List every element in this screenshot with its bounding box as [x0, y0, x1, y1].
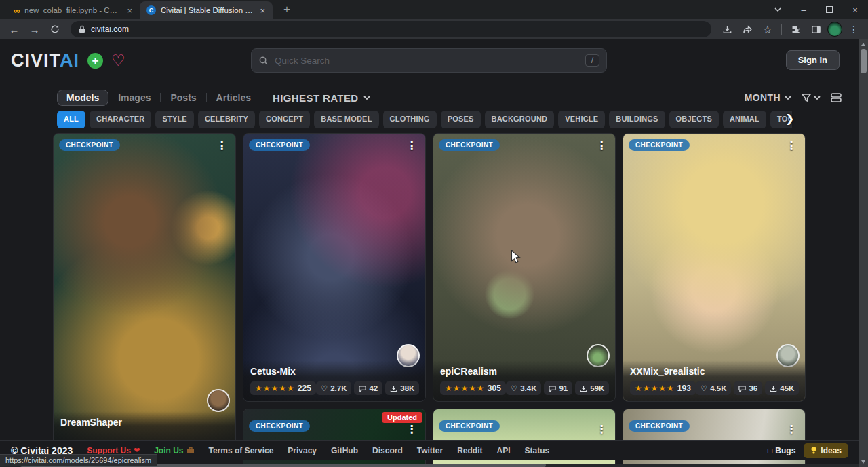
chevron-down-icon [814, 94, 821, 101]
tab-articles[interactable]: Articles [207, 90, 260, 106]
model-card-dreamshaper[interactable]: CHECKPOINT ⋮ DreamShaper [53, 133, 236, 448]
stat-group: ♡2.7K 42 38K [316, 381, 420, 395]
model-card-cetus-mix[interactable]: CHECKPOINT ⋮ Cetus-Mix ★★★★★225 ♡2.7K 42… [243, 133, 426, 402]
likes-pill: ♡2.7K [316, 381, 352, 395]
footer-link-reddit[interactable]: Reddit [457, 446, 482, 455]
tab-search-chevron-icon[interactable] [765, 0, 791, 19]
model-card-xxmix9realistic[interactable]: CHECKPOINT ⋮ XXMix_9realistic ★★★★★193 ♡… [623, 133, 806, 402]
star-rating-icon: ★★★★★ [445, 384, 485, 393]
quick-search-box[interactable]: / [251, 48, 607, 73]
footer-link-twitter[interactable]: Twitter [417, 446, 443, 455]
chip-background[interactable]: BACKGROUND [485, 111, 555, 128]
chip-style[interactable]: STYLE [155, 111, 193, 128]
comment-icon [359, 385, 366, 392]
comment-icon [738, 385, 746, 392]
chip-poses[interactable]: POSES [441, 111, 481, 128]
period-dropdown[interactable]: MONTH [745, 92, 791, 103]
footer-link-privacy[interactable]: Privacy [288, 446, 317, 455]
chip-clothing[interactable]: CLOTHING [383, 111, 437, 128]
chip-base-model[interactable]: BASE MODEL [314, 111, 378, 128]
vertical-scrollbar[interactable] [859, 39, 868, 467]
footer-link-join-us[interactable]: Join Us [154, 446, 194, 455]
tab-images[interactable]: Images [108, 90, 160, 106]
downloads-count: 45K [780, 384, 794, 392]
tab-colab[interactable]: ∞ new_colab_file.ipynb - Colaborat × [7, 1, 140, 19]
toolbar-separator [781, 24, 782, 35]
new-tab-button[interactable]: + [279, 3, 294, 16]
chip-character[interactable]: CHARACTER [90, 111, 151, 128]
close-window-button[interactable]: × [842, 0, 868, 19]
sort-dropdown[interactable]: HIGHEST RATED [273, 92, 370, 104]
chip-concept[interactable]: CONCEPT [259, 111, 310, 128]
model-title: DreamShaper [60, 417, 229, 428]
funnel-icon [801, 92, 812, 103]
chip-buildings[interactable]: BUILDINGS [609, 111, 665, 128]
side-panel-icon[interactable] [807, 20, 825, 38]
footer-link-github[interactable]: GitHub [331, 446, 358, 455]
vertical-scrollbar-thumb[interactable] [861, 49, 867, 73]
card-menu-kebab-icon[interactable]: ⋮ [592, 422, 611, 437]
card-menu-kebab-icon[interactable]: ⋮ [782, 138, 801, 153]
civitai-logo[interactable]: CIVITAI [11, 50, 79, 71]
rating-count: 305 [488, 384, 501, 393]
search-input[interactable] [275, 56, 579, 66]
scroll-up-arrow-icon[interactable] [861, 43, 865, 46]
url-text: civitai.com [91, 24, 129, 34]
download-icon[interactable] [718, 20, 736, 38]
chip-objects[interactable]: OBJECTS [669, 111, 719, 128]
maximize-button[interactable] [816, 0, 842, 19]
downloads-pill: 38K [385, 381, 419, 395]
layout-toggle-button[interactable] [830, 92, 842, 103]
tab-close-icon[interactable]: × [125, 5, 134, 16]
tab-civitai[interactable]: C Civitai | Stable Diffusion models, × [140, 1, 273, 19]
extensions-puzzle-icon[interactable] [787, 20, 804, 38]
card-menu-kebab-icon[interactable]: ⋮ [402, 138, 421, 153]
ideas-button[interactable]: Ideas [804, 443, 848, 458]
footer-link-api[interactable]: API [497, 446, 511, 455]
share-icon[interactable] [738, 20, 756, 38]
browser-profile-avatar[interactable] [827, 22, 842, 37]
create-plus-button[interactable]: + [87, 53, 103, 69]
likes-count: 4.5K [710, 384, 726, 392]
search-icon [258, 56, 269, 66]
rating-pill: ★★★★★225 [250, 381, 316, 395]
browser-window: ∞ new_colab_file.ipynb - Colaborat × C C… [0, 0, 868, 467]
chip-celebrity[interactable]: CELEBRITY [198, 111, 255, 128]
browser-menu-kebab-icon[interactable]: ⋮ [845, 20, 863, 38]
model-card-epicrealism[interactable]: CHECKPOINT ⋮ epiCRealism ★★★★★305 ♡3.4K … [433, 133, 616, 402]
scroll-down-arrow-icon[interactable] [861, 460, 865, 464]
favorites-heart-button[interactable]: ♡ [111, 53, 125, 69]
filter-funnel-button[interactable] [801, 92, 821, 103]
chips-scroll-right-icon[interactable]: ❯ [785, 112, 794, 125]
chip-all[interactable]: ALL [57, 111, 85, 128]
mouse-cursor [511, 250, 521, 267]
card-menu-kebab-icon[interactable]: ⋮ [212, 138, 231, 153]
bugs-button[interactable]: □Bugs [768, 446, 795, 455]
back-button[interactable]: ← [5, 20, 23, 38]
maximize-icon [826, 6, 833, 13]
tab-models[interactable]: Models [57, 90, 108, 106]
tab-posts[interactable]: Posts [161, 90, 205, 106]
sign-in-button[interactable]: Sign In [786, 50, 840, 70]
rows-layout-icon [830, 92, 842, 103]
url-bar[interactable]: civitai.com [71, 21, 711, 37]
card-menu-kebab-icon[interactable]: ⋮ [592, 138, 611, 153]
card-menu-kebab-icon[interactable]: ⋮ [782, 422, 801, 437]
checkpoint-badge: CHECKPOINT [629, 420, 690, 432]
footer-link-status[interactable]: Status [525, 446, 550, 455]
footer-link-terms[interactable]: Terms of Service [209, 446, 274, 455]
footer-link-discord[interactable]: Discord [372, 446, 403, 455]
card-menu-kebab-icon[interactable]: ⋮ [402, 422, 421, 437]
sort-value: HIGHEST RATED [273, 92, 359, 104]
forward-button[interactable]: → [26, 20, 43, 38]
download-icon [580, 385, 587, 392]
lock-icon [79, 25, 85, 33]
chip-animal[interactable]: ANIMAL [723, 111, 766, 128]
minimize-button[interactable]: – [791, 0, 816, 19]
reload-button[interactable] [46, 20, 64, 38]
chip-vehicle[interactable]: VEHICLE [558, 111, 605, 128]
tab-close-icon[interactable]: × [258, 5, 267, 16]
bookmark-star-icon[interactable]: ☆ [759, 20, 776, 38]
downloads-count: 38K [400, 384, 414, 392]
creator-avatar[interactable] [207, 389, 230, 412]
